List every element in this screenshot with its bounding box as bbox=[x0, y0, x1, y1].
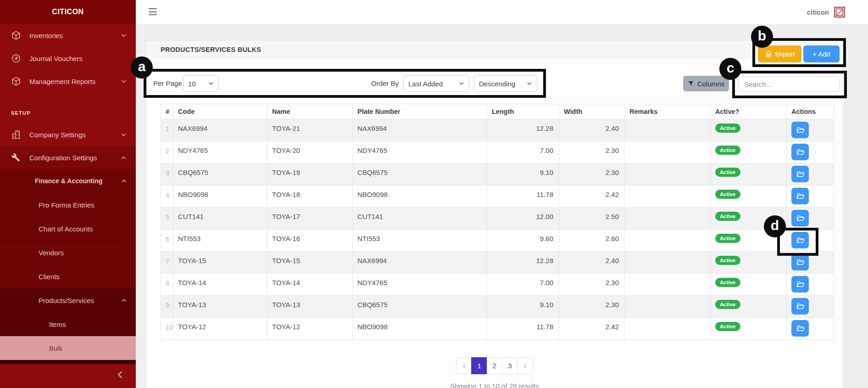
cell-remarks bbox=[625, 274, 711, 296]
col-header-name: Name bbox=[267, 104, 353, 119]
sidebar-item-finance-accounting[interactable]: Finance & Accounting bbox=[0, 169, 136, 193]
table-row: 3 CBQ6575 TOYA-19 CBQ6575 9.10 2.30 Acti… bbox=[161, 163, 834, 186]
open-record-button[interactable] bbox=[791, 232, 809, 248]
open-record-button[interactable] bbox=[791, 122, 809, 138]
chevron-down-icon bbox=[121, 79, 127, 84]
cell-plate-number: NDY4765 bbox=[353, 274, 487, 296]
col-header-active: Active? bbox=[711, 104, 787, 119]
sidebar-item-clients[interactable]: Clients bbox=[0, 264, 136, 288]
open-record-button[interactable] bbox=[791, 320, 809, 337]
status-badge: Active bbox=[715, 278, 740, 287]
status-badge: Active bbox=[715, 190, 740, 199]
add-button[interactable]: + Add bbox=[803, 45, 840, 62]
chevron-down-icon bbox=[121, 33, 127, 39]
cell-width: 2.30 bbox=[559, 274, 625, 296]
order-by-label: Order By bbox=[371, 75, 399, 92]
cell-width: 2.30 bbox=[559, 141, 625, 163]
sidebar-item-bulk[interactable]: Bulk bbox=[0, 336, 136, 360]
open-record-button[interactable] bbox=[791, 188, 809, 204]
open-record-button[interactable] bbox=[791, 210, 809, 226]
sidebar: CITICON Inventories Journal Vouchers Man… bbox=[0, 0, 136, 388]
cell-code: TOYA-15 bbox=[173, 252, 267, 274]
cell-width: 2.60 bbox=[559, 230, 625, 252]
columns-button[interactable]: Columns bbox=[683, 76, 729, 91]
cell-remarks bbox=[625, 163, 711, 186]
open-record-button[interactable] bbox=[791, 144, 809, 160]
sidebar-item-products-services[interactable]: Products/Services bbox=[0, 288, 136, 312]
pagination-page-2[interactable]: 2 bbox=[487, 357, 502, 374]
cube-icon bbox=[11, 30, 21, 40]
table-row: 8 TOYA-14 TOYA-14 NDY4765 7.00 2.30 Acti… bbox=[161, 274, 834, 296]
file-spreadsheet-icon bbox=[765, 51, 772, 58]
cell-length: 12.00 bbox=[487, 208, 559, 230]
cell-name: TOYA-16 bbox=[267, 230, 353, 252]
sidebar-section-setup: SETUP bbox=[0, 103, 136, 123]
sidebar-item-items[interactable]: Items bbox=[0, 312, 136, 336]
open-record-button[interactable] bbox=[791, 276, 809, 292]
sidebar-item-company-settings[interactable]: Company Settings bbox=[0, 123, 136, 146]
cell-length: 9.10 bbox=[487, 163, 559, 186]
cell-name: TOYA-19 bbox=[267, 163, 353, 186]
sidebar-divider bbox=[0, 360, 136, 364]
cell-name: TOYA-12 bbox=[267, 318, 353, 340]
col-header-num: # bbox=[161, 104, 173, 119]
folder-open-icon bbox=[796, 214, 805, 223]
sidebar-item-label: Configuration Settings bbox=[29, 154, 97, 162]
cell-width: 2.40 bbox=[559, 119, 625, 141]
sidebar-item-management-reports[interactable]: Management Reports bbox=[0, 70, 136, 93]
sidebar-item-label: Inventories bbox=[29, 32, 63, 39]
cell-name: TOYA-14 bbox=[267, 274, 353, 296]
order-by-select[interactable]: Last Added bbox=[403, 75, 469, 92]
row-number: 8 bbox=[161, 274, 173, 296]
import-button[interactable]: Import bbox=[758, 45, 801, 62]
sidebar-item-label: Journal Vouchers bbox=[29, 55, 83, 62]
pagination-next[interactable]: › bbox=[517, 357, 533, 374]
collapse-sidebar-icon[interactable] bbox=[116, 371, 124, 378]
cell-width: 2.40 bbox=[559, 252, 625, 274]
per-page-label: Per Page bbox=[153, 75, 182, 92]
cube-icon bbox=[11, 76, 21, 86]
chevron-down-icon bbox=[527, 81, 532, 86]
cell-remarks bbox=[625, 119, 711, 141]
open-record-button[interactable] bbox=[791, 166, 809, 182]
pagination-page-1[interactable]: 1 bbox=[471, 357, 487, 374]
cell-width: 2.42 bbox=[559, 186, 625, 208]
status-badge: Active bbox=[715, 256, 740, 265]
cell-code: CBQ6575 bbox=[173, 163, 267, 186]
chevron-up-icon bbox=[121, 298, 127, 303]
pagination: ‹ 1 2 3 › bbox=[146, 357, 843, 374]
wrench-icon bbox=[11, 153, 20, 162]
cell-remarks bbox=[625, 230, 711, 252]
open-record-button[interactable] bbox=[791, 254, 809, 270]
per-page-select[interactable]: 10 bbox=[183, 75, 219, 92]
sidebar-item-label: Management Reports bbox=[29, 78, 95, 85]
row-number: 5 bbox=[161, 208, 173, 230]
col-header-actions: Actions bbox=[787, 104, 834, 119]
sidebar-item-inventories[interactable]: Inventories bbox=[0, 24, 136, 47]
sidebar-item-journal-vouchers[interactable]: Journal Vouchers bbox=[0, 47, 136, 70]
cell-remarks bbox=[625, 252, 711, 274]
pagination-page-3[interactable]: 3 bbox=[502, 357, 517, 374]
cell-plate-number: NAX6994 bbox=[353, 252, 487, 274]
folder-open-icon bbox=[796, 324, 805, 333]
configuration-submenu: Finance & Accounting Pro Forma Entries C… bbox=[0, 169, 136, 360]
chevron-down-icon bbox=[208, 81, 214, 86]
cell-code: CUT141 bbox=[173, 208, 267, 230]
table-row: 6 NTI553 TOYA-16 NTI553 9.60 2.60 Active bbox=[161, 230, 834, 252]
order-direction-select[interactable]: Descending bbox=[474, 75, 537, 92]
open-record-button[interactable] bbox=[791, 298, 809, 315]
pagination-prev[interactable]: ‹ bbox=[456, 357, 472, 374]
table-row: 4 NBO9098 TOYA-18 NBO9098 11.78 2.42 Act… bbox=[161, 186, 834, 208]
hamburger-menu-icon[interactable] bbox=[149, 8, 157, 15]
col-header-length: Length bbox=[487, 104, 559, 119]
sidebar-item-chart-of-accounts[interactable]: Chart of Accounts bbox=[0, 217, 136, 241]
sidebar-item-configuration-settings[interactable]: Configuration Settings bbox=[0, 146, 136, 169]
sidebar-item-pro-forma-entries[interactable]: Pro Forma Entries bbox=[0, 193, 136, 217]
cell-code: TOYA-12 bbox=[173, 318, 267, 340]
folder-open-icon bbox=[796, 170, 805, 179]
col-header-code: Code bbox=[173, 104, 267, 119]
search-input[interactable] bbox=[738, 76, 840, 92]
user-menu[interactable]: citicon bbox=[807, 8, 829, 16]
filter-funnel-icon bbox=[688, 80, 694, 87]
sidebar-item-vendors[interactable]: Vendors bbox=[0, 241, 136, 264]
